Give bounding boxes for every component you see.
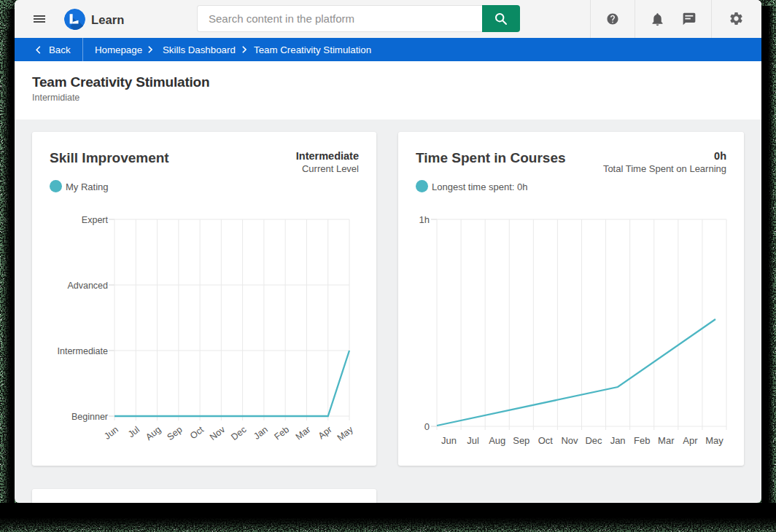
svg-text:Oct: Oct xyxy=(188,424,206,441)
svg-text:Jul: Jul xyxy=(126,424,141,439)
svg-text:Jul: Jul xyxy=(467,435,479,446)
svg-text:May: May xyxy=(335,424,356,443)
svg-text:Jan: Jan xyxy=(610,435,626,446)
svg-text:0: 0 xyxy=(424,421,430,432)
svg-text:1h: 1h xyxy=(419,214,430,225)
svg-text:Expert: Expert xyxy=(82,215,109,225)
svg-text:Beginner: Beginner xyxy=(71,412,108,422)
svg-text:Sep: Sep xyxy=(166,424,185,442)
svg-text:Feb: Feb xyxy=(634,435,650,446)
svg-text:Aug: Aug xyxy=(489,435,505,446)
svg-text:Dec: Dec xyxy=(229,424,248,442)
svg-text:Nov: Nov xyxy=(561,435,578,446)
svg-text:Jan: Jan xyxy=(252,424,270,441)
svg-text:Feb: Feb xyxy=(272,424,291,442)
svg-text:Mar: Mar xyxy=(658,435,675,446)
svg-text:Jun: Jun xyxy=(102,424,120,441)
svg-text:Aug: Aug xyxy=(144,424,163,442)
svg-text:Jun: Jun xyxy=(441,435,457,446)
svg-text:May: May xyxy=(705,435,723,446)
svg-text:Oct: Oct xyxy=(538,435,554,446)
svg-text:Apr: Apr xyxy=(317,424,334,441)
svg-text:Mar: Mar xyxy=(294,424,313,442)
svg-text:Dec: Dec xyxy=(585,435,602,446)
svg-text:Nov: Nov xyxy=(208,424,228,442)
svg-text:Apr: Apr xyxy=(683,435,698,446)
svg-text:Intermediate: Intermediate xyxy=(58,346,109,356)
svg-text:Advanced: Advanced xyxy=(67,281,108,291)
svg-text:Sep: Sep xyxy=(513,435,529,446)
